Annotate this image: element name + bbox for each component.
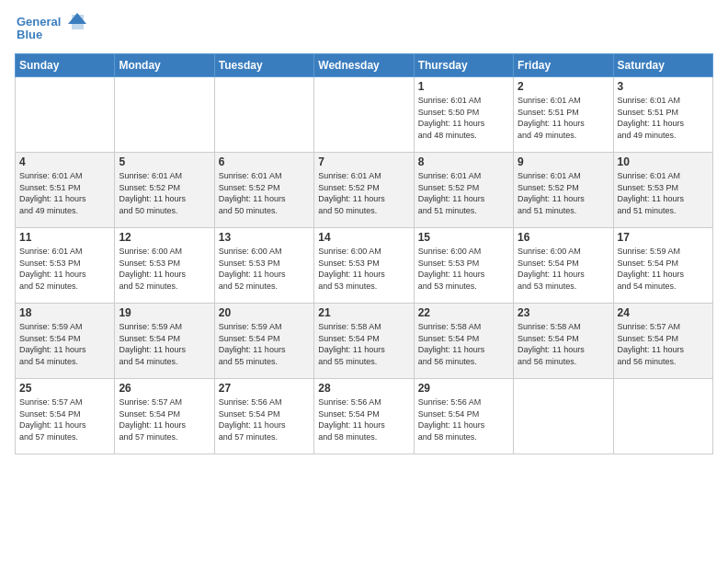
- day-info: Sunrise: 6:00 AM Sunset: 5:54 PM Dayligh…: [518, 246, 609, 292]
- calendar-cell: 22Sunrise: 5:58 AM Sunset: 5:54 PM Dayli…: [414, 304, 513, 379]
- calendar-cell: 18Sunrise: 5:59 AM Sunset: 5:54 PM Dayli…: [16, 304, 115, 379]
- day-number: 24: [618, 306, 709, 319]
- day-info: Sunrise: 6:01 AM Sunset: 5:53 PM Dayligh…: [19, 246, 110, 292]
- day-number: 3: [618, 80, 709, 93]
- day-number: 5: [119, 155, 210, 168]
- calendar-cell: 29Sunrise: 5:56 AM Sunset: 5:54 PM Dayli…: [414, 379, 513, 454]
- calendar-cell: 15Sunrise: 6:00 AM Sunset: 5:53 PM Dayli…: [414, 228, 513, 304]
- calendar-week: 18Sunrise: 5:59 AM Sunset: 5:54 PM Dayli…: [16, 304, 713, 379]
- day-number: 19: [119, 306, 210, 319]
- day-info: Sunrise: 5:58 AM Sunset: 5:54 PM Dayligh…: [418, 321, 509, 367]
- calendar-cell: 25Sunrise: 5:57 AM Sunset: 5:54 PM Dayli…: [16, 379, 115, 454]
- calendar-cell: 7Sunrise: 6:01 AM Sunset: 5:52 PM Daylig…: [314, 153, 414, 228]
- day-number: 27: [219, 382, 310, 395]
- day-info: Sunrise: 6:01 AM Sunset: 5:52 PM Dayligh…: [318, 170, 409, 216]
- calendar-table: SundayMondayTuesdayWednesdayThursdayFrid…: [15, 53, 713, 454]
- day-number: 13: [219, 231, 310, 244]
- day-number: 25: [19, 382, 110, 395]
- weekday-header: Sunday: [16, 54, 115, 77]
- day-info: Sunrise: 6:01 AM Sunset: 5:51 PM Dayligh…: [518, 95, 609, 141]
- day-number: 8: [418, 155, 509, 168]
- day-number: 15: [418, 231, 509, 244]
- calendar-cell: 16Sunrise: 6:00 AM Sunset: 5:54 PM Dayli…: [514, 228, 613, 304]
- weekday-header: Saturday: [613, 54, 712, 77]
- day-number: 14: [318, 231, 409, 244]
- calendar-cell: 24Sunrise: 5:57 AM Sunset: 5:54 PM Dayli…: [613, 304, 712, 379]
- calendar-cell: 2Sunrise: 6:01 AM Sunset: 5:51 PM Daylig…: [514, 77, 613, 153]
- day-number: 28: [318, 382, 409, 395]
- calendar-week: 1Sunrise: 6:01 AM Sunset: 5:50 PM Daylig…: [16, 77, 713, 153]
- calendar-cell: 5Sunrise: 6:01 AM Sunset: 5:52 PM Daylig…: [115, 153, 214, 228]
- calendar-week: 11Sunrise: 6:01 AM Sunset: 5:53 PM Dayli…: [16, 228, 713, 304]
- day-number: 9: [518, 155, 609, 168]
- weekday-header: Friday: [514, 54, 613, 77]
- calendar-cell: 17Sunrise: 5:59 AM Sunset: 5:54 PM Dayli…: [613, 228, 712, 304]
- calendar-cell: 11Sunrise: 6:01 AM Sunset: 5:53 PM Dayli…: [16, 228, 115, 304]
- calendar-week: 4Sunrise: 6:01 AM Sunset: 5:51 PM Daylig…: [16, 153, 713, 228]
- calendar-cell: [214, 77, 313, 153]
- svg-text:Blue: Blue: [17, 28, 42, 41]
- weekday-header: Wednesday: [314, 54, 414, 77]
- day-number: 6: [219, 155, 310, 168]
- calendar-cell: 21Sunrise: 5:58 AM Sunset: 5:54 PM Dayli…: [314, 304, 414, 379]
- day-info: Sunrise: 5:56 AM Sunset: 5:54 PM Dayligh…: [318, 396, 409, 442]
- header-row: SundayMondayTuesdayWednesdayThursdayFrid…: [16, 54, 713, 77]
- header: General Blue: [15, 11, 713, 48]
- calendar-cell: 6Sunrise: 6:01 AM Sunset: 5:52 PM Daylig…: [214, 153, 313, 228]
- page: General Blue SundayMondayTuesdayWednesda…: [0, 0, 728, 462]
- logo: General Blue: [15, 11, 88, 48]
- calendar-cell: 12Sunrise: 6:00 AM Sunset: 5:53 PM Dayli…: [115, 228, 214, 304]
- calendar-cell: 4Sunrise: 6:01 AM Sunset: 5:51 PM Daylig…: [16, 153, 115, 228]
- day-info: Sunrise: 5:56 AM Sunset: 5:54 PM Dayligh…: [219, 396, 310, 442]
- day-number: 17: [618, 231, 709, 244]
- calendar-cell: [514, 379, 613, 454]
- calendar-cell: 3Sunrise: 6:01 AM Sunset: 5:51 PM Daylig…: [613, 77, 712, 153]
- day-number: 12: [119, 231, 210, 244]
- calendar-cell: 20Sunrise: 5:59 AM Sunset: 5:54 PM Dayli…: [214, 304, 313, 379]
- weekday-header: Thursday: [414, 54, 513, 77]
- calendar-cell: 23Sunrise: 5:58 AM Sunset: 5:54 PM Dayli…: [514, 304, 613, 379]
- day-number: 29: [418, 382, 509, 395]
- calendar-week: 25Sunrise: 5:57 AM Sunset: 5:54 PM Dayli…: [16, 379, 713, 454]
- day-info: Sunrise: 6:01 AM Sunset: 5:50 PM Dayligh…: [418, 95, 509, 141]
- day-info: Sunrise: 6:01 AM Sunset: 5:52 PM Dayligh…: [219, 170, 310, 216]
- day-info: Sunrise: 6:01 AM Sunset: 5:51 PM Dayligh…: [19, 170, 110, 216]
- calendar-cell: 14Sunrise: 6:00 AM Sunset: 5:53 PM Dayli…: [314, 228, 414, 304]
- day-number: 23: [518, 306, 609, 319]
- weekday-header: Monday: [115, 54, 214, 77]
- day-info: Sunrise: 6:01 AM Sunset: 5:52 PM Dayligh…: [518, 170, 609, 216]
- day-info: Sunrise: 5:56 AM Sunset: 5:54 PM Dayligh…: [418, 396, 509, 442]
- day-info: Sunrise: 6:00 AM Sunset: 5:53 PM Dayligh…: [119, 246, 210, 292]
- day-info: Sunrise: 5:59 AM Sunset: 5:54 PM Dayligh…: [618, 246, 709, 292]
- day-info: Sunrise: 5:59 AM Sunset: 5:54 PM Dayligh…: [19, 321, 110, 367]
- day-info: Sunrise: 5:58 AM Sunset: 5:54 PM Dayligh…: [318, 321, 409, 367]
- day-number: 16: [518, 231, 609, 244]
- day-info: Sunrise: 6:01 AM Sunset: 5:52 PM Dayligh…: [418, 170, 509, 216]
- calendar-cell: 13Sunrise: 6:00 AM Sunset: 5:53 PM Dayli…: [214, 228, 313, 304]
- day-info: Sunrise: 6:01 AM Sunset: 5:53 PM Dayligh…: [618, 170, 709, 216]
- day-info: Sunrise: 6:00 AM Sunset: 5:53 PM Dayligh…: [219, 246, 310, 292]
- calendar-cell: [115, 77, 214, 153]
- logo-text: General Blue: [15, 11, 88, 48]
- calendar-cell: 26Sunrise: 5:57 AM Sunset: 5:54 PM Dayli…: [115, 379, 214, 454]
- day-info: Sunrise: 5:59 AM Sunset: 5:54 PM Dayligh…: [119, 321, 210, 367]
- calendar-cell: 28Sunrise: 5:56 AM Sunset: 5:54 PM Dayli…: [314, 379, 414, 454]
- day-number: 20: [219, 306, 310, 319]
- weekday-header: Tuesday: [214, 54, 313, 77]
- day-number: 1: [418, 80, 509, 93]
- day-info: Sunrise: 5:59 AM Sunset: 5:54 PM Dayligh…: [219, 321, 310, 367]
- day-info: Sunrise: 6:01 AM Sunset: 5:51 PM Dayligh…: [618, 95, 709, 141]
- calendar-cell: [16, 77, 115, 153]
- calendar-cell: 9Sunrise: 6:01 AM Sunset: 5:52 PM Daylig…: [514, 153, 613, 228]
- calendar-cell: 27Sunrise: 5:56 AM Sunset: 5:54 PM Dayli…: [214, 379, 313, 454]
- day-number: 11: [19, 231, 110, 244]
- day-number: 22: [418, 306, 509, 319]
- day-number: 7: [318, 155, 409, 168]
- calendar-cell: [314, 77, 414, 153]
- day-info: Sunrise: 6:00 AM Sunset: 5:53 PM Dayligh…: [418, 246, 509, 292]
- day-info: Sunrise: 6:00 AM Sunset: 5:53 PM Dayligh…: [318, 246, 409, 292]
- day-info: Sunrise: 5:57 AM Sunset: 5:54 PM Dayligh…: [618, 321, 709, 367]
- day-number: 10: [618, 155, 709, 168]
- calendar-cell: 10Sunrise: 6:01 AM Sunset: 5:53 PM Dayli…: [613, 153, 712, 228]
- day-number: 18: [19, 306, 110, 319]
